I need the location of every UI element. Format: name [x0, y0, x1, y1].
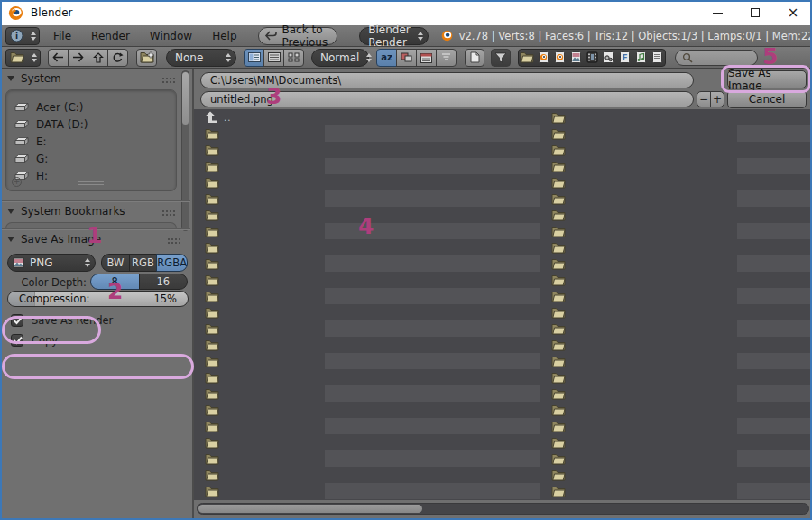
cancel-button[interactable]: Cancel: [727, 90, 807, 108]
file-row[interactable]: [540, 402, 812, 418]
recent-folders-select[interactable]: None: [166, 49, 236, 67]
horizontal-scrollbar-thumb[interactable]: [198, 505, 422, 513]
bookmarks-panel-header[interactable]: System Bookmarks: [7, 205, 125, 218]
refresh-button[interactable]: [107, 49, 128, 67]
sort-order-select[interactable]: Normal: [311, 49, 369, 67]
close-button[interactable]: ×: [774, 0, 812, 25]
parent-directory-row[interactable]: ..: [194, 109, 540, 125]
filter-folder-button[interactable]: [519, 50, 535, 66]
filter-toggle-button[interactable]: [491, 49, 511, 67]
file-row[interactable]: [194, 402, 540, 418]
toggle-rgba[interactable]: RGBA: [156, 254, 188, 272]
file-row[interactable]: [194, 304, 540, 320]
filter-blend-button[interactable]: [535, 50, 551, 66]
menu-file[interactable]: File: [43, 25, 81, 47]
file-row[interactable]: [540, 142, 812, 158]
file-row[interactable]: [540, 418, 812, 434]
file-row[interactable]: [194, 320, 540, 337]
search-input[interactable]: [675, 50, 758, 66]
render-engine-select[interactable]: Blender Render: [359, 27, 429, 45]
file-row[interactable]: [540, 337, 812, 353]
file-row[interactable]: [540, 190, 812, 207]
file-row[interactable]: [194, 418, 540, 434]
file-row[interactable]: [540, 125, 812, 142]
file-row[interactable]: [540, 158, 812, 174]
file-row[interactable]: [540, 207, 812, 223]
file-row[interactable]: [540, 288, 812, 304]
short-list-button[interactable]: [244, 49, 264, 67]
back-to-previous-button[interactable]: Back to Previous: [258, 27, 338, 45]
drive-item[interactable]: Acer (C:): [6, 98, 176, 116]
back-button[interactable]: [48, 49, 69, 67]
menu-window[interactable]: Window: [140, 25, 202, 47]
list-resize-grip[interactable]: [78, 180, 104, 187]
file-row[interactable]: [194, 483, 540, 499]
parent-dir-button[interactable]: [88, 49, 108, 67]
file-row[interactable]: [540, 174, 812, 190]
file-row[interactable]: [194, 125, 540, 142]
file-row[interactable]: [194, 158, 540, 174]
file-row[interactable]: [540, 272, 812, 288]
file-row[interactable]: [194, 369, 540, 385]
sort-alpha-button[interactable]: az: [376, 49, 397, 67]
increment-button[interactable]: +: [710, 91, 724, 107]
panel-grip-icon[interactable]: [161, 209, 176, 217]
sidebar-scrollbar[interactable]: [181, 70, 189, 231]
sidebar-scrollbar-thumb[interactable]: [182, 72, 189, 125]
minimize-button[interactable]: [698, 0, 736, 25]
menu-help[interactable]: Help: [202, 25, 246, 47]
filter-blend-backup-button[interactable]: [551, 50, 567, 66]
add-drive-icon[interactable]: +: [12, 177, 22, 187]
sort-date-button[interactable]: [416, 49, 437, 67]
checkbox-icon[interactable]: [11, 334, 23, 347]
editor-type-filebrowser-button[interactable]: [5, 49, 41, 67]
filter-image-button[interactable]: [567, 50, 584, 66]
file-row[interactable]: [540, 369, 812, 385]
filter-movie-button[interactable]: [584, 50, 600, 66]
file-row[interactable]: [194, 174, 540, 190]
drive-item[interactable]: DATA (D:): [6, 116, 176, 133]
file-row[interactable]: [194, 190, 540, 207]
file-row[interactable]: [540, 450, 812, 467]
filter-text-button[interactable]: [649, 50, 665, 66]
toggle-16[interactable]: 16: [139, 274, 189, 290]
menu-render[interactable]: Render: [81, 25, 140, 47]
file-row[interactable]: [194, 239, 540, 255]
file-row[interactable]: [540, 434, 812, 450]
file-row[interactable]: [540, 304, 812, 320]
file-row[interactable]: [540, 385, 812, 402]
editor-type-info-button[interactable]: i: [5, 27, 40, 45]
decrement-button[interactable]: −: [697, 91, 711, 107]
thumbnails-button[interactable]: [283, 49, 304, 67]
panel-grip-icon[interactable]: [161, 77, 176, 84]
file-row[interactable]: [194, 385, 540, 402]
file-row[interactable]: [194, 353, 540, 369]
file-row[interactable]: [194, 272, 540, 288]
drive-item[interactable]: E:: [6, 133, 176, 150]
file-row[interactable]: [194, 255, 540, 272]
show-hidden-button[interactable]: [465, 49, 484, 67]
file-row[interactable]: [540, 483, 812, 499]
file-row[interactable]: [540, 467, 812, 483]
file-row[interactable]: [540, 109, 812, 125]
file-row[interactable]: [194, 434, 540, 450]
panel-grip-icon[interactable]: [167, 237, 181, 245]
filter-sound-button[interactable]: [632, 50, 649, 66]
forward-button[interactable]: [68, 49, 88, 67]
sort-size-button[interactable]: [436, 49, 457, 67]
file-row[interactable]: [540, 239, 812, 255]
file-row[interactable]: [540, 255, 812, 272]
file-row[interactable]: [194, 142, 540, 158]
drive-item[interactable]: G:: [6, 150, 176, 167]
file-row[interactable]: [540, 223, 812, 239]
toggle-rgb[interactable]: RGB: [129, 254, 158, 272]
checkbox-save-as-render[interactable]: Save As Render: [11, 314, 113, 327]
file-row[interactable]: [540, 320, 812, 337]
system-panel-header[interactable]: System: [7, 72, 61, 85]
file-row[interactable]: [540, 353, 812, 369]
file-row[interactable]: [194, 288, 540, 304]
maximize-button[interactable]: [736, 0, 774, 25]
long-list-button[interactable]: [263, 49, 284, 67]
image-format-select[interactable]: PNG: [7, 254, 96, 272]
create-directory-button[interactable]: [136, 49, 157, 67]
